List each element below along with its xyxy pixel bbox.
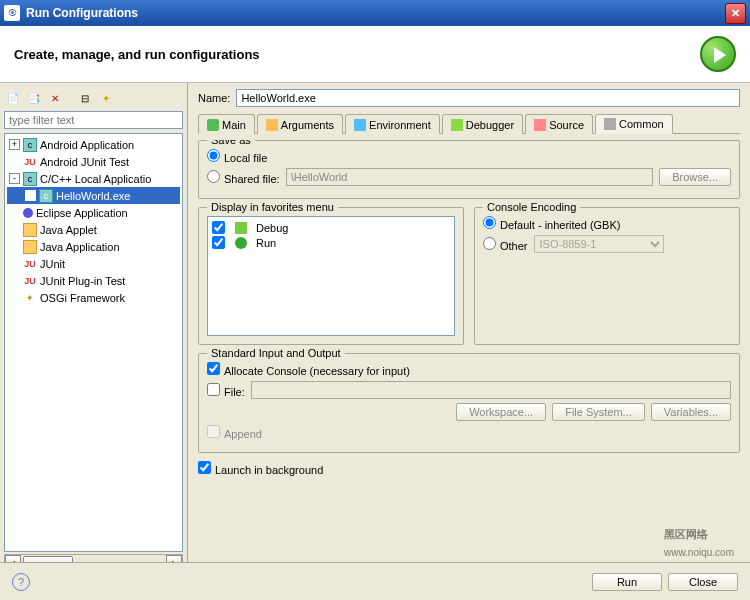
tree-item[interactable]: JUJUnit: [7, 255, 180, 272]
tree-config-icon: c: [39, 189, 53, 203]
save-as-title: Save as: [207, 140, 255, 146]
tab-common[interactable]: Common: [595, 114, 673, 134]
tree-item[interactable]: Eclipse Application: [7, 204, 180, 221]
tree-twisty-icon: [9, 292, 20, 303]
encoding-other-select: ISO-8859-1: [534, 235, 664, 253]
app-icon: ⦿: [4, 5, 20, 21]
encoding-default-label[interactable]: Default - inherited (GBK): [483, 216, 620, 231]
config-tree[interactable]: +cAndroid ApplicationJUAndroid JUnit Tes…: [4, 133, 183, 552]
common-tab-panel: Save as Local file Shared file: Browse..…: [198, 140, 740, 556]
tree-item[interactable]: JUJUnit Plug-in Test: [7, 272, 180, 289]
help-button[interactable]: ?: [12, 573, 30, 591]
favorite-checkbox[interactable]: [212, 236, 225, 249]
tab-debugger[interactable]: Debugger: [442, 114, 523, 134]
save-as-group: Save as Local file Shared file: Browse..…: [198, 140, 740, 199]
shared-file-radio[interactable]: [207, 170, 220, 183]
tree-item[interactable]: Java Applet: [7, 221, 180, 238]
tree-item-label: C/C++ Local Applicatio: [40, 173, 151, 185]
favorite-item[interactable]: Debug: [212, 221, 450, 234]
tree-item[interactable]: Java Application: [7, 238, 180, 255]
encoding-other-radio[interactable]: [483, 237, 496, 250]
left-toolbar: 📄 📑 ✕ ⊟ ✦: [4, 87, 183, 111]
filter-button[interactable]: ✦: [97, 89, 115, 107]
tree-item-label: OSGi Framework: [40, 292, 125, 304]
encoding-default-radio[interactable]: [483, 216, 496, 229]
launch-bg-label[interactable]: Launch in background: [198, 461, 323, 476]
tree-twisty-icon: [9, 275, 20, 286]
encoding-other-label[interactable]: Other: [483, 237, 528, 252]
tree-config-icon: [23, 208, 33, 218]
env-tab-icon: [354, 119, 366, 131]
duplicate-config-button[interactable]: 📑: [25, 89, 43, 107]
args-tab-icon: [266, 119, 278, 131]
tree-config-icon: [23, 240, 37, 254]
tree-twisty-icon: [9, 224, 20, 235]
tree-config-icon: JU: [23, 155, 37, 169]
favorites-group: Display in favorites menu DebugRun: [198, 207, 464, 345]
favorites-list[interactable]: DebugRun: [207, 216, 455, 336]
tree-config-icon: [23, 223, 37, 237]
run-icon: [235, 237, 247, 249]
tree-config-icon: c: [23, 172, 37, 186]
encoding-group: Console Encoding Default - inherited (GB…: [474, 207, 740, 345]
left-pane: 📄 📑 ✕ ⊟ ✦ +cAndroid ApplicationJUAndroid…: [0, 83, 188, 592]
filter-input[interactable]: [4, 111, 183, 129]
filesystem-button: File System...: [552, 403, 645, 421]
local-file-radio[interactable]: [207, 149, 220, 162]
append-label: Append: [207, 425, 262, 440]
favorite-item[interactable]: Run: [212, 236, 450, 249]
io-file-checkbox[interactable]: [207, 383, 220, 396]
tree-twisty-icon: [9, 258, 20, 269]
tree-item[interactable]: JUAndroid JUnit Test: [7, 153, 180, 170]
tree-twisty-icon: [9, 207, 20, 218]
tree-item-label: Java Applet: [40, 224, 97, 236]
new-config-button[interactable]: 📄: [4, 89, 22, 107]
launch-bg-checkbox[interactable]: [198, 461, 211, 474]
tab-label: Main: [222, 119, 246, 131]
titlebar: ⦿ Run Configurations ✕: [0, 0, 750, 26]
tab-main[interactable]: Main: [198, 114, 255, 134]
run-button[interactable]: Run: [592, 573, 662, 591]
collapse-all-button[interactable]: ⊟: [76, 89, 94, 107]
local-file-radio-label[interactable]: Local file: [207, 149, 267, 164]
io-file-label[interactable]: File:: [207, 383, 245, 398]
close-window-button[interactable]: ✕: [725, 3, 746, 24]
tree-item[interactable]: +cAndroid Application: [7, 136, 180, 153]
shared-file-radio-label[interactable]: Shared file:: [207, 170, 280, 185]
tab-environment[interactable]: Environment: [345, 114, 440, 134]
browse-button: Browse...: [659, 168, 731, 186]
tree-item-label: Android JUnit Test: [40, 156, 129, 168]
tree-item-label: Eclipse Application: [36, 207, 128, 219]
delete-config-button[interactable]: ✕: [46, 89, 64, 107]
main-tab-icon: [207, 119, 219, 131]
tree-item-label: Java Application: [40, 241, 120, 253]
favorite-checkbox[interactable]: [212, 221, 225, 234]
allocate-console-label[interactable]: Allocate Console (necessary for input): [207, 362, 410, 377]
tree-item-label: Android Application: [40, 139, 134, 151]
favorites-title: Display in favorites menu: [207, 201, 338, 213]
tree-twisty-icon: [25, 190, 36, 201]
append-checkbox: [207, 425, 220, 438]
tree-twisty-icon[interactable]: -: [9, 173, 20, 184]
dbg-tab-icon: [451, 119, 463, 131]
tab-label: Source: [549, 119, 584, 131]
tree-item[interactable]: cHelloWorld.exe: [7, 187, 180, 204]
tab-arguments[interactable]: Arguments: [257, 114, 343, 134]
workspace-button: Workspace...: [456, 403, 546, 421]
tree-item[interactable]: ✦OSGi Framework: [7, 289, 180, 306]
right-pane: Name: MainArgumentsEnvironmentDebuggerSo…: [188, 83, 750, 592]
dialog-heading: Create, manage, and run configurations: [14, 47, 700, 62]
tab-source[interactable]: Source: [525, 114, 593, 134]
name-input[interactable]: [236, 89, 740, 107]
variables-button: Variables...: [651, 403, 731, 421]
src-tab-icon: [534, 119, 546, 131]
io-group: Standard Input and Output Allocate Conso…: [198, 353, 740, 453]
tree-item-label: JUnit: [40, 258, 65, 270]
name-label: Name:: [198, 92, 230, 104]
tree-item[interactable]: -cC/C++ Local Applicatio: [7, 170, 180, 187]
close-button[interactable]: Close: [668, 573, 738, 591]
favorite-label: Debug: [256, 222, 288, 234]
tree-config-icon: ✦: [23, 291, 37, 305]
allocate-console-checkbox[interactable]: [207, 362, 220, 375]
tree-twisty-icon[interactable]: +: [9, 139, 20, 150]
